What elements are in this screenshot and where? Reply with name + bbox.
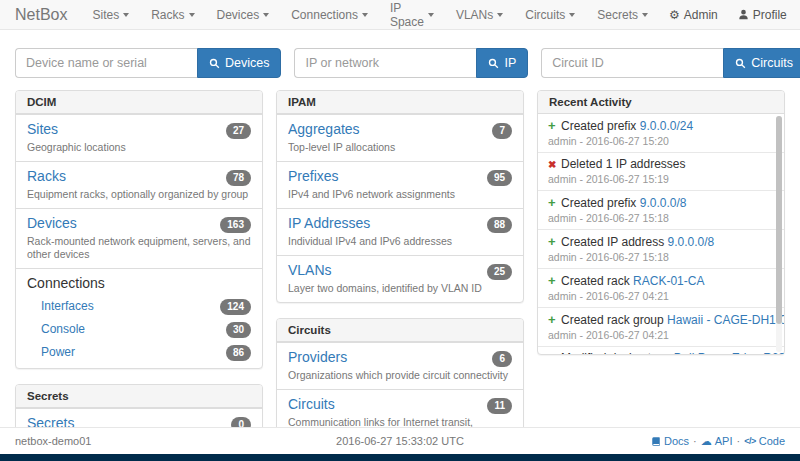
cloud-icon: ☁	[701, 436, 712, 447]
hostname-label: netbox-demo01	[15, 435, 91, 447]
racks-link[interactable]: Racks	[27, 168, 66, 185]
nav-racks-label: Racks	[151, 8, 184, 22]
api-label: API	[715, 435, 733, 447]
console-link[interactable]: Console	[41, 322, 85, 336]
nav-sites-label: Sites	[92, 8, 119, 22]
ip-addresses-link[interactable]: IP Addresses	[288, 215, 370, 232]
nav-sites[interactable]: Sites	[81, 0, 140, 29]
ipam-panel: IPAM Aggregates7 Top-level IP allocation…	[276, 90, 524, 303]
circuits-count-badge: 11	[487, 398, 512, 414]
footer-links: Docs · ☁ API · </> Code	[651, 435, 785, 447]
brand-logo[interactable]: NetBox	[0, 6, 81, 24]
chevron-down-icon	[123, 13, 129, 17]
docs-link[interactable]: Docs	[651, 435, 689, 447]
api-link[interactable]: ☁ API	[701, 435, 733, 447]
power-link[interactable]: Power	[41, 345, 75, 359]
activity-meta: admin - 2016-06-27 15:19	[548, 173, 768, 186]
activity-meta: admin - 2016-06-27 15:18	[548, 251, 768, 264]
scrollbar-thumb[interactable]	[776, 116, 782, 324]
top-navbar: NetBox Sites Racks Devices Connections I…	[0, 0, 800, 30]
nav-racks[interactable]: Racks	[140, 0, 205, 29]
nav-devices-label: Devices	[217, 8, 260, 22]
sites-link[interactable]: Sites	[27, 121, 58, 138]
device-search-button[interactable]: Devices	[197, 48, 281, 78]
circuit-search-input[interactable]	[541, 48, 723, 78]
plus-icon: +	[548, 118, 561, 133]
list-item-devices: Devices163 Rack-mounted network equipmen…	[16, 208, 262, 268]
footer-separator: ·	[737, 435, 741, 447]
chevron-down-icon	[497, 13, 503, 17]
prefixes-link[interactable]: Prefixes	[288, 168, 339, 185]
list-item-aggregates: Aggregates7 Top-level IP allocations	[277, 114, 523, 161]
list-item-ip-addresses: IP Addresses88 Individual IPv4 and IPv6 …	[277, 208, 523, 255]
interfaces-link[interactable]: Interfaces	[41, 299, 94, 313]
sites-description: Geographic locations	[27, 141, 251, 154]
device-search-group: Devices	[15, 48, 281, 78]
dcim-panel-title: DCIM	[16, 91, 262, 114]
ip-search-button[interactable]: IP	[476, 48, 528, 78]
providers-description: Organizations which provide circuit conn…	[288, 369, 512, 382]
admin-link[interactable]: ⚙Admin	[659, 0, 728, 29]
aggregates-link[interactable]: Aggregates	[288, 121, 360, 138]
circuits-link[interactable]: Circuits	[288, 396, 335, 413]
vlans-link[interactable]: VLANs	[288, 262, 332, 279]
interfaces-count-badge: 124	[220, 299, 251, 315]
activity-meta: admin - 2016-06-27 15:18	[548, 212, 768, 225]
nav-ip-space[interactable]: IP Space	[379, 0, 445, 29]
circuit-search-button[interactable]: Circuits	[723, 48, 800, 78]
activity-item: +Created rack RACK-01-CA admin - 2016-06…	[538, 268, 784, 307]
chevron-down-icon	[263, 13, 269, 17]
nav-connections[interactable]: Connections	[280, 0, 379, 29]
activity-object-link[interactable]: 9.0.0.0/24	[640, 119, 693, 133]
activity-action: Created prefix	[561, 196, 636, 210]
nav-secrets-label: Secrets	[597, 8, 638, 22]
chevron-down-icon	[569, 13, 575, 17]
console-count-badge: 30	[226, 322, 251, 338]
plus-icon: +	[548, 273, 561, 288]
activity-object-link[interactable]: RACK-01-CA	[633, 274, 704, 288]
racks-description: Equipment racks, optionally organized by…	[27, 188, 251, 201]
devices-link[interactable]: Devices	[27, 215, 77, 232]
profile-label: Profile	[753, 8, 787, 22]
list-item-vlans: VLANs25 Layer two domains, identified by…	[277, 255, 523, 302]
profile-link[interactable]: Profile	[728, 0, 797, 29]
activity-action: Modified device type	[561, 351, 670, 354]
activity-object-link[interactable]: 9.0.0.0/8	[668, 235, 715, 249]
activity-action: Created rack	[561, 274, 630, 288]
power-count-badge: 86	[226, 345, 251, 361]
book-icon	[651, 436, 661, 447]
recent-activity-title: Recent Activity	[538, 91, 784, 114]
activity-object-link[interactable]: 9.0.0.0/8	[640, 196, 687, 210]
activity-object-link[interactable]: Dell PowerEdge R630	[674, 351, 784, 354]
ip-search-button-label: IP	[504, 56, 516, 70]
aggregates-count-badge: 7	[492, 123, 512, 139]
activity-object-link[interactable]: Hawaii - CAGE-DH1-01	[667, 313, 784, 327]
activity-item: ✖Deleted 1 IP addresses admin - 2016-06-…	[538, 152, 784, 190]
chevron-down-icon	[428, 13, 434, 17]
nav-devices[interactable]: Devices	[206, 0, 281, 29]
nav-secrets[interactable]: Secrets	[586, 0, 659, 29]
column-dcim: DCIM Sites27 Geographic locations Racks7…	[15, 90, 263, 461]
code-icon: </>	[744, 436, 756, 446]
ip-search-input[interactable]	[294, 48, 476, 78]
activity-action: Created IP address	[561, 235, 664, 249]
ip-addresses-description: Individual IPv4 and IPv6 addresses	[288, 235, 512, 248]
bottom-accent-bar	[0, 454, 800, 461]
delete-icon: ✖	[548, 157, 561, 172]
code-link[interactable]: </> Code	[744, 435, 785, 447]
nav-circuits[interactable]: Circuits	[514, 0, 586, 29]
list-item-providers: Providers6 Organizations which provide c…	[277, 342, 523, 389]
activity-action: Created rack group	[561, 313, 664, 327]
providers-link[interactable]: Providers	[288, 349, 347, 366]
plus-icon: +	[548, 195, 561, 210]
dashboard-content: DCIM Sites27 Geographic locations Racks7…	[15, 90, 785, 461]
nav-vlans[interactable]: VLANs	[445, 0, 514, 29]
recent-activity-panel: Recent Activity +Created prefix 9.0.0.0/…	[537, 90, 785, 355]
device-search-input[interactable]	[15, 48, 197, 78]
nav-connections-label: Connections	[291, 8, 358, 22]
list-item-racks: Racks78 Equipment racks, optionally orga…	[16, 161, 262, 208]
column-ipam: IPAM Aggregates7 Top-level IP allocation…	[276, 90, 524, 461]
activity-scrollbar[interactable]	[776, 116, 782, 352]
admin-label: Admin	[684, 8, 718, 22]
activity-action: Deleted 1 IP addresses	[561, 157, 686, 171]
